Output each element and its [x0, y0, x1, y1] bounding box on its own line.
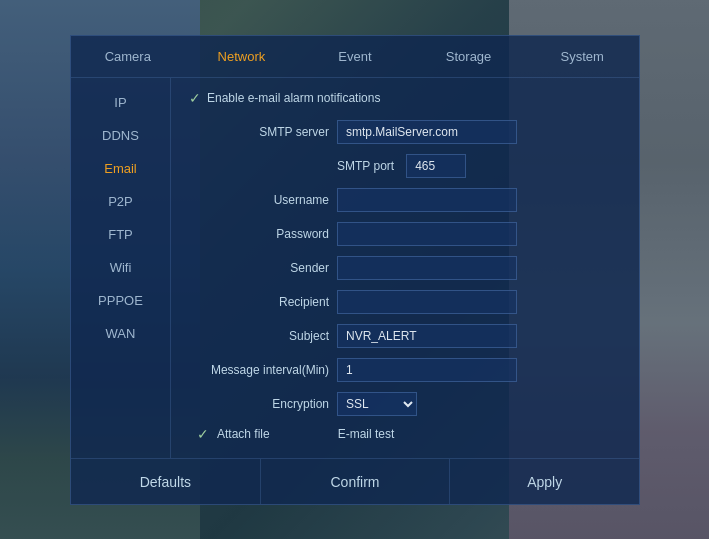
encryption-label: Encryption [189, 397, 329, 411]
attach-file-row: ✓ Attach file E-mail test [189, 426, 621, 442]
subject-input[interactable] [337, 324, 517, 348]
message-interval-label: Message interval(Min) [189, 363, 329, 377]
message-interval-row: Message interval(Min) [189, 358, 621, 382]
password-row: Password [189, 222, 621, 246]
nav-item-network[interactable]: Network [185, 37, 299, 76]
smtp-server-row: SMTP server [189, 120, 621, 144]
nav-item-system[interactable]: System [525, 37, 639, 76]
password-input[interactable] [337, 222, 517, 246]
subject-label: Subject [189, 329, 329, 343]
enable-label: Enable e-mail alarm notifications [207, 91, 380, 105]
sidebar-item-ip[interactable]: IP [71, 86, 170, 119]
sidebar-item-email[interactable]: Email [71, 152, 170, 185]
password-label: Password [189, 227, 329, 241]
main-panel: Camera Network Event Storage System IP D… [70, 35, 640, 505]
recipient-row: Recipient [189, 290, 621, 314]
attach-file-label: Attach file [217, 427, 270, 441]
apply-button[interactable]: Apply [450, 459, 639, 504]
username-label: Username [189, 193, 329, 207]
checkmark-icon: ✓ [189, 90, 201, 106]
nav-item-storage[interactable]: Storage [412, 37, 526, 76]
recipient-label: Recipient [189, 295, 329, 309]
defaults-button[interactable]: Defaults [71, 459, 261, 504]
subject-row: Subject [189, 324, 621, 348]
nav-item-camera[interactable]: Camera [71, 37, 185, 76]
right-panel: ✓ Enable e-mail alarm notifications SMTP… [171, 78, 639, 458]
smtp-server-label: SMTP server [189, 125, 329, 139]
sidebar: IP DDNS Email P2P FTP Wifi PPPOE WAN [71, 78, 171, 458]
sender-input[interactable] [337, 256, 517, 280]
sidebar-item-ddns[interactable]: DDNS [71, 119, 170, 152]
attach-checkmark-icon: ✓ [197, 426, 209, 442]
email-test-button[interactable]: E-mail test [338, 427, 395, 441]
smtp-port-row: SMTP port [337, 154, 621, 178]
message-interval-input[interactable] [337, 358, 517, 382]
sender-label: Sender [189, 261, 329, 275]
bottom-buttons: Defaults Confirm Apply [71, 458, 639, 504]
sidebar-item-ftp[interactable]: FTP [71, 218, 170, 251]
top-nav: Camera Network Event Storage System [71, 36, 639, 78]
sidebar-item-pppoe[interactable]: PPPOE [71, 284, 170, 317]
encryption-row: Encryption SSL TLS None [189, 392, 621, 416]
sidebar-item-wan[interactable]: WAN [71, 317, 170, 350]
recipient-input[interactable] [337, 290, 517, 314]
sender-row: Sender [189, 256, 621, 280]
sidebar-item-wifi[interactable]: Wifi [71, 251, 170, 284]
confirm-button[interactable]: Confirm [261, 459, 451, 504]
sidebar-item-p2p[interactable]: P2P [71, 185, 170, 218]
encryption-select[interactable]: SSL TLS None [337, 392, 417, 416]
smtp-port-label: SMTP port [337, 159, 394, 173]
username-row: Username [189, 188, 621, 212]
enable-checkbox-row[interactable]: ✓ Enable e-mail alarm notifications [189, 90, 621, 106]
username-input[interactable] [337, 188, 517, 212]
smtp-server-input[interactable] [337, 120, 517, 144]
nav-item-event[interactable]: Event [298, 37, 412, 76]
smtp-port-input[interactable] [406, 154, 466, 178]
content-area: IP DDNS Email P2P FTP Wifi PPPOE WAN ✓ E… [71, 78, 639, 458]
